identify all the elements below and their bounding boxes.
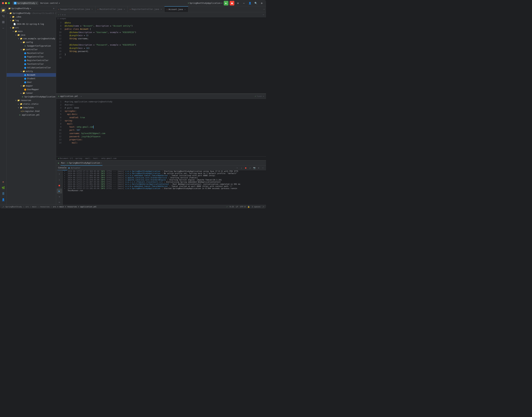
gear-button[interactable]: ⚙ xyxy=(259,1,264,5)
tree-item-static[interactable]: ▶ 📁 static.static xyxy=(7,102,56,106)
run-sidebar-up[interactable]: ↑ xyxy=(57,172,62,177)
tree-item-main-controller[interactable]: ⬤ MainController xyxy=(7,51,56,55)
console-area: ↑ ↓ ■ ▶ ⇥ ⌨ ↑ 2024-06-12T22:17:12.369-05… xyxy=(56,170,266,205)
sidebar-icon-folder[interactable]: 📁 xyxy=(1,8,6,13)
tab-swagger[interactable]: ☕ SwaggerConfiguration.java ✕ xyxy=(56,6,95,12)
log-msg: : Tomcat initialized with port 8080 (htt… xyxy=(169,175,215,177)
screenshot-btn[interactable]: 📷 xyxy=(253,166,256,170)
console-tab[interactable]: Console xyxy=(57,166,67,170)
tab-close-swagger[interactable]: ✕ xyxy=(91,8,93,10)
run-sidebar-scroll[interactable]: ▶ xyxy=(57,188,62,193)
app-run-config[interactable]: ⚙ SpringBootStudyApplication ▾ xyxy=(188,2,222,4)
tree-item-springboot-app[interactable]: ⚙ SpringBootStudyApplication xyxy=(7,95,56,99)
settings-btn[interactable]: ⚙ xyxy=(257,166,260,170)
tree-item-test-controller[interactable]: ⬤ TestController xyxy=(7,62,56,66)
java-class-icon: ⬤ xyxy=(24,63,26,65)
project-selector[interactable]: SB SpringBootStudy ▾ xyxy=(12,1,38,5)
profile-button[interactable]: 👤 xyxy=(247,1,252,5)
folder-icon: 📁 xyxy=(22,92,25,94)
more-icon[interactable]: ⋯ xyxy=(263,95,264,97)
vc-selector[interactable]: Version control ▾ xyxy=(40,2,60,4)
tree-item-src[interactable]: ▼ 📁 src xyxy=(7,26,56,30)
sidebar-icon-structure[interactable] xyxy=(1,20,6,25)
search-button[interactable]: 🔍 xyxy=(254,1,258,5)
tree-item-entity[interactable]: ▼ 📁 entity xyxy=(7,70,56,73)
more-icon[interactable]: ⋯ xyxy=(263,13,264,16)
run-tab-active[interactable]: Run: ⚙ SpringBootStudyApplication ✕ xyxy=(61,161,102,166)
settings-button[interactable]: ⚙ xyxy=(236,1,240,5)
sidebar-icon-maven[interactable]: m xyxy=(1,179,6,184)
chevron-down-icon: ▾ xyxy=(221,2,222,4)
tree-item-idea[interactable]: ▶ 📁 .idea xyxy=(7,15,56,19)
tab-close-register[interactable]: ✕ xyxy=(160,8,162,10)
sidebar-icon-more[interactable]: ⋯ xyxy=(1,25,6,31)
stop-process-btn[interactable]: ■ xyxy=(244,166,247,170)
tree-item-user[interactable]: ⬤ User xyxy=(7,80,56,84)
line-count: 1 xyxy=(257,95,258,97)
sidebar-top: 📁 ⋯ xyxy=(1,8,6,178)
scroll-up-btn[interactable]: ↑ xyxy=(235,166,239,170)
titlebar: SB SpringBootStudy ▾ Version control ▾ ⚙… xyxy=(0,0,266,6)
tab-register-controller[interactable]: ☕ RegisterController.java ✕ xyxy=(128,6,164,12)
tree-item-java[interactable]: ▼ 📁 java xyxy=(7,33,56,37)
more-btn[interactable]: ⋯ xyxy=(261,166,265,170)
tree-item-main[interactable]: ▼ 📁 main xyxy=(7,30,56,33)
scroll-down-btn[interactable]: ↓ xyxy=(240,166,243,170)
tree-label: log xyxy=(15,19,19,22)
log-level: INFO xyxy=(101,170,105,172)
log-level: INFO xyxy=(101,172,105,175)
line-count: 2 xyxy=(60,13,61,16)
tree-item-root[interactable]: ▼ 📁 SpringBootStudy ~/Desktop/CS/JavaEE/… xyxy=(7,11,56,15)
tree-item-validation-controller[interactable]: ⬤ ValidationController xyxy=(7,66,56,70)
close-button[interactable] xyxy=(2,2,4,4)
more-tabs-icon[interactable]: ⋯ xyxy=(264,8,265,10)
tree-item-application-yml[interactable]: ⚙ application.yml xyxy=(7,113,56,117)
run-button[interactable]: ▶ xyxy=(224,1,228,5)
tree-item-templates[interactable]: ▼ 📁 templates xyxy=(7,106,56,109)
sidebar-icon-person[interactable]: 👤 xyxy=(1,197,6,202)
tree-item-page-controller[interactable]: ⬤ PageController xyxy=(7,55,56,59)
status-lock: 🔒 xyxy=(247,206,250,208)
actuator-tab[interactable]: Actuator xyxy=(70,166,81,170)
log-thread: [main] xyxy=(117,181,124,183)
tree-item-com-example[interactable]: ▼ 📁 com.example.springbootstudy xyxy=(7,37,56,41)
maximize-button[interactable] xyxy=(8,2,10,4)
code-editor-account[interactable]: 789101112131415161718 @Data @Schema(name… xyxy=(56,20,266,94)
more-icon[interactable]: ⚙ xyxy=(53,7,54,10)
run-sidebar-wrap[interactable]: ⌨ xyxy=(57,200,62,205)
log-thread: [main] xyxy=(117,170,124,172)
sidebar-icon-vcs[interactable] xyxy=(1,13,6,19)
tree-item-mapper[interactable]: ▼ 📁 mapper xyxy=(7,84,56,88)
tree-item-log[interactable]: ▼ 📁 log xyxy=(7,19,56,22)
status-expand[interactable]: ⤢ xyxy=(263,206,264,208)
tree-item-register-controller[interactable]: ⬤ RegisterController xyxy=(7,59,56,62)
tree-item-resources[interactable]: ▼ 📁 resources xyxy=(7,99,56,102)
run-tab-close[interactable]: ✕ xyxy=(101,162,102,164)
tree-item-controller[interactable]: ▼ 📁 controller xyxy=(7,48,56,51)
tab-main-controller[interactable]: ☕ MainController.java ✕ xyxy=(95,6,128,12)
tree-item-config[interactable]: ▼ 📁 config xyxy=(7,41,56,44)
minimize-button[interactable] xyxy=(5,2,7,4)
sidebar-icon-spring[interactable]: 🌿 xyxy=(1,185,6,190)
tree-item-log-file[interactable]: 📄 2024-06-12-spring-0.log xyxy=(7,22,56,26)
tree-item-student[interactable]: ⬤ Student xyxy=(7,77,56,80)
code-editor-yaml[interactable]: 1234567891011121314 #spring.application.… xyxy=(56,99,266,156)
tree-item-usermapper[interactable]: ⬤ UserMapper xyxy=(7,88,56,91)
tab-close-account[interactable]: ✕ xyxy=(184,8,186,10)
run-header: ▶ Run: ⚙ SpringBootStudyApplication ✕ xyxy=(56,161,266,166)
stop-button[interactable]: ■ xyxy=(230,1,234,5)
restart-btn[interactable]: ↺ xyxy=(248,166,252,170)
tree-item-account[interactable]: ⬤ Account xyxy=(7,73,56,77)
more-button[interactable]: ⋯ xyxy=(242,1,246,5)
tree-item-runner[interactable]: ▶ 📁 runner xyxy=(7,91,56,95)
tree-item-swagger[interactable]: ⚙ SwaggerConfiguration xyxy=(7,44,56,48)
tree-item-register-html[interactable]: </> register.html xyxy=(7,109,56,113)
tab-account[interactable]: ☕ Account.java ✕ xyxy=(164,6,188,12)
tab-close-main[interactable]: ✕ xyxy=(123,8,125,10)
run-sidebar-down[interactable]: ↓ xyxy=(57,177,62,182)
run-sidebar-stop[interactable]: ■ xyxy=(57,183,62,188)
tree-label: PageController xyxy=(27,56,44,58)
sidebar-icon-database[interactable]: 🗄 xyxy=(1,191,6,196)
run-sidebar-indent[interactable]: ⇥ xyxy=(57,194,62,199)
yaml-tab-close[interactable]: ✕ xyxy=(80,95,82,97)
